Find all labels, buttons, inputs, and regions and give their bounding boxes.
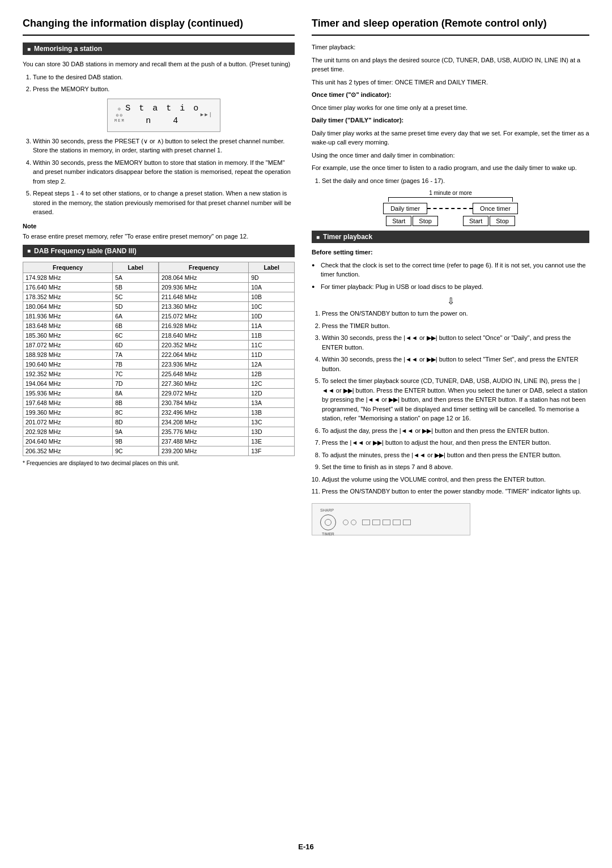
table-row: 229.072 MHz12D <box>159 388 295 398</box>
right-title: Timer and sleep operation (Remote contro… <box>312 17 589 30</box>
timer-bullets: Check that the clock is set to the corre… <box>312 261 589 292</box>
step-2: Press the MEMORY button. ⊙ ⊙⊙ MEM S t a … <box>33 84 295 132</box>
device-dot-1 <box>343 520 348 525</box>
two-column-layout: Changing the information display (contin… <box>23 17 589 831</box>
timer-playback-header-text: Timer playback <box>323 233 372 241</box>
table-row: 192.352 MHz7C <box>23 369 159 378</box>
timer-playback-label: Timer playback: <box>312 42 589 52</box>
note-label: Note <box>23 222 295 231</box>
freq-table-left: Frequency Label 174.928 MHz5A176.640 MHz… <box>23 262 159 456</box>
device-buttons <box>343 520 411 525</box>
freq-table-right: Frequency Label 208.064 MHz9D209.936 MHz… <box>159 262 295 456</box>
freq-right-table: Frequency Label 208.064 MHz9D209.936 MHz… <box>159 262 295 456</box>
memorising-header-text: Memorising a station <box>34 45 102 53</box>
note-section: Note To erase entire preset memory, refe… <box>23 222 295 241</box>
down-arrow: ⇩ <box>312 296 589 307</box>
table-row: 222.064 MHz11D <box>159 350 295 359</box>
freq-footnote: * Frequencies are displayed to two decim… <box>23 459 295 467</box>
page-number: E-16 <box>23 843 589 851</box>
table-row: 208.064 MHz9D <box>159 273 295 282</box>
daily-timer-label: Daily timer ("DAILY" indicator): <box>312 116 589 125</box>
table-row: 176.640 MHz5B <box>23 282 159 292</box>
device-dots-row <box>343 520 411 525</box>
stop-btn-2[interactable]: Stop <box>490 216 515 226</box>
timer-labels-row: Daily timer Once timer <box>312 203 589 214</box>
table-row: 181.936 MHz6A <box>23 311 159 321</box>
daily-timer-text: Daily timer play works at the same prese… <box>312 129 589 147</box>
freq-right-tbody: 208.064 MHz9D209.936 MHz10A211.648 MHz10… <box>159 273 295 456</box>
timer-step-2: Press the TIMER button. <box>322 321 589 331</box>
col-freq2: Frequency <box>159 262 249 273</box>
table-row: 239.200 MHz13F <box>159 446 295 456</box>
start-btn-2[interactable]: Start <box>463 216 488 226</box>
table-row: 215.072 MHz10D <box>159 311 295 321</box>
table-row: 213.360 MHz10C <box>159 301 295 311</box>
table-row: 201.072 MHz8D <box>23 417 159 427</box>
table-row: 206.352 MHz9C <box>23 446 159 456</box>
section-timer-playback-header: Timer playback <box>312 231 589 243</box>
start-btn-1[interactable]: Start <box>386 216 411 226</box>
right-steps-pre: Set the daily and once timer (pages 16 -… <box>312 176 589 186</box>
timer-step-4: Within 30 seconds, press the |◄◄ or ▶▶| … <box>322 355 589 373</box>
table-row: 234.208 MHz13C <box>159 417 295 427</box>
table-row: 174.928 MHz5A <box>23 273 159 282</box>
right-column: Timer and sleep operation (Remote contro… <box>312 17 589 831</box>
timer-knob <box>320 514 336 530</box>
timer-bullet-2: For timer playback: Plug in USB or load … <box>312 282 589 292</box>
right-divider <box>312 35 589 36</box>
memorising-steps-list: Tune to the desired DAB station. Press t… <box>23 73 295 217</box>
table-row: 190.640 MHz7B <box>23 359 159 369</box>
freq-left-tbody: 174.928 MHz5A176.640 MHz5B178.352 MHz5C1… <box>23 273 159 456</box>
table-row: 232.496 MHz13B <box>159 407 295 417</box>
dashed-connector <box>427 208 473 209</box>
table-row: 227.360 MHz12C <box>159 378 295 388</box>
timer-diagram: 1 minute or more Daily timer Once timer <box>312 190 589 226</box>
table-row: 209.936 MHz10A <box>159 282 295 292</box>
device-rect-3 <box>382 520 390 525</box>
right-step-1: Set the daily and once timer (pages 16 -… <box>322 176 589 186</box>
table-row: 202.928 MHz9A <box>23 427 159 436</box>
one-minute-label: 1 minute or more <box>312 190 589 196</box>
table-row: 211.648 MHz10B <box>159 292 295 301</box>
device-dot-2 <box>351 520 356 525</box>
combo-label: Using the once timer and daily timer in … <box>312 151 589 160</box>
device-rect-2 <box>372 520 380 525</box>
table-row: 195.936 MHz8A <box>23 388 159 398</box>
table-row: 237.488 MHz13E <box>159 436 295 446</box>
once-timer-text: Once timer play works for one time only … <box>312 103 589 113</box>
device-sketch: SHARP TIMER <box>312 503 470 535</box>
section-memorising-header: Memorising a station <box>23 42 295 55</box>
page: Changing the information display (contin… <box>0 0 612 868</box>
left-column: Changing the information display (contin… <box>23 17 295 831</box>
table-row: 183.648 MHz6B <box>23 321 159 330</box>
table-row: 180.064 MHz5D <box>23 301 159 311</box>
timer-step-5: To select the timer playback source (CD,… <box>322 376 589 423</box>
table-row: 194.064 MHz7D <box>23 378 159 388</box>
timer-knob-label: TIMER <box>322 532 334 536</box>
knob-inner <box>325 519 332 526</box>
device-top-row: SHARP <box>320 508 462 512</box>
timer-buttons-row: Start Stop Start Stop <box>312 216 589 226</box>
device-rect-5 <box>403 520 411 525</box>
table-row: 187.072 MHz6D <box>23 340 159 350</box>
timer-step-3: Within 30 seconds, press the |◄◄ or ▶▶| … <box>322 333 589 352</box>
once-timer-box: Once timer <box>473 203 518 214</box>
step-1: Tune to the desired DAB station. <box>33 73 295 82</box>
daily-timer-box: Daily timer <box>383 203 427 214</box>
col-freq1: Frequency <box>23 262 113 273</box>
timer-step-10: Adjust the volume using the VOLUME contr… <box>322 475 589 484</box>
stop-btn-1[interactable]: Stop <box>413 216 438 226</box>
brace-box <box>388 197 513 202</box>
brace-container <box>312 197 589 202</box>
step-3: Within 30 seconds, press the PRESET (∨ o… <box>33 137 295 155</box>
dot-gap <box>359 520 360 525</box>
col-label1: Label <box>113 262 159 273</box>
table-row: 220.352 MHz11C <box>159 340 295 350</box>
timer-intro1: The unit turns on and plays the desired … <box>312 56 589 74</box>
station-text: S t a t i o n 4 <box>125 103 201 128</box>
timer-step-7: Press the |◄◄ or ▶▶| button to adjust th… <box>322 438 589 448</box>
device-rect-1 <box>362 520 370 525</box>
freq-left-table: Frequency Label 174.928 MHz5A176.640 MHz… <box>23 262 159 456</box>
device-image-container: SHARP TIMER <box>312 503 589 535</box>
table-row: 235.776 MHz13D <box>159 427 295 436</box>
